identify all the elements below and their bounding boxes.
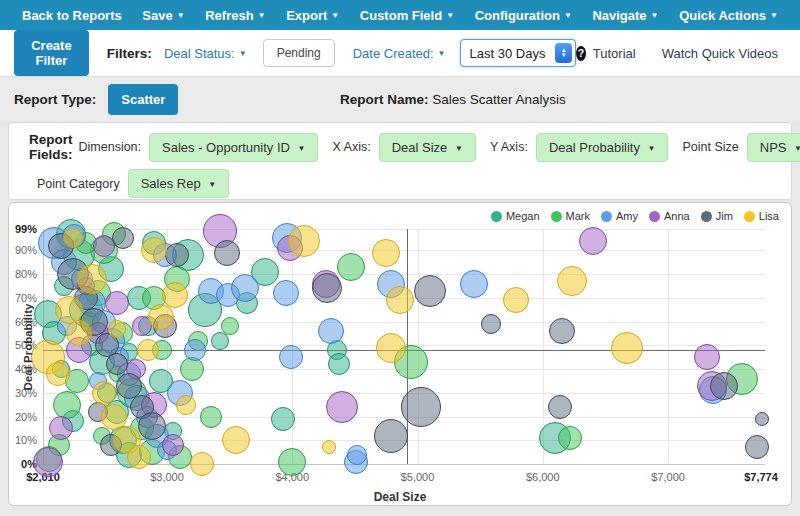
bubble-anna[interactable] (105, 291, 129, 315)
bubble-jim[interactable] (112, 227, 134, 249)
nav-item-export[interactable]: Export▼ (286, 8, 339, 23)
bubble-anna[interactable] (49, 416, 73, 440)
bubble-lisa[interactable] (611, 332, 643, 364)
dimension-dropdown[interactable]: Sales - Opportunity ID ▼ (149, 133, 318, 162)
caret-down-icon: ▼ (177, 11, 185, 20)
legend-label: Jim (716, 210, 733, 222)
legend-item-megan[interactable]: Megan (491, 210, 540, 222)
bubble-mark[interactable] (337, 253, 365, 281)
bubble-lisa[interactable] (108, 320, 126, 338)
y-axis-label: Y Axis: (490, 140, 528, 154)
x-axis-dropdown[interactable]: Deal Size ▼ (379, 133, 476, 162)
bubble-jim[interactable] (138, 412, 166, 440)
bubble-mark[interactable] (278, 448, 306, 476)
report-name: Report Name: Sales Scatter Analysis (340, 92, 566, 107)
tutorial-link[interactable]: Tutorial (593, 46, 636, 61)
pending-filter-chip[interactable]: Pending (263, 39, 335, 67)
bubble-anna[interactable] (579, 227, 607, 255)
bubble-amy[interactable] (460, 270, 488, 298)
bubble-amy[interactable] (184, 339, 206, 361)
bubble-lisa[interactable] (386, 286, 414, 314)
point-category-dropdown[interactable]: Sales Rep ▼ (128, 169, 230, 198)
bubble-anna[interactable] (33, 447, 63, 477)
report-fields-card: Report Fields: Dimension: Sales - Opport… (8, 122, 792, 200)
y-tick-label: 90% (8, 244, 37, 256)
bubble-lisa[interactable] (322, 440, 336, 454)
filter-bar: Create Filter Filters: Deal Status:▼ Pen… (0, 30, 800, 77)
bubble-jim[interactable] (165, 243, 189, 267)
legend-item-anna[interactable]: Anna (649, 210, 690, 222)
bubble-amy[interactable] (273, 280, 299, 306)
report-type-scatter-button[interactable]: Scatter (108, 84, 178, 115)
caret-down-icon: ▼ (794, 144, 800, 153)
help-question-icon[interactable]: ? (576, 46, 586, 61)
bubble-mark[interactable] (558, 426, 582, 450)
y-axis-dropdown[interactable]: Deal Probability ▼ (536, 133, 669, 162)
bubble-amy[interactable] (347, 445, 367, 465)
date-created-filter[interactable]: Date Created:▼ (353, 46, 446, 61)
nav-item-back-to-reports[interactable]: Back to Reports (22, 8, 122, 23)
x-tick-label: $3,000 (150, 471, 184, 483)
date-range-select[interactable]: Last 30 Days ▲▼ (460, 39, 577, 67)
bubble-lisa[interactable] (77, 264, 107, 294)
report-type-label: Report Type: (14, 92, 96, 107)
nav-item-configuration[interactable]: Configuration▼ (475, 8, 572, 23)
bubble-megan[interactable] (328, 353, 350, 375)
legend-item-mark[interactable]: Mark (551, 210, 590, 222)
bubble-lisa[interactable] (92, 381, 116, 405)
bubble-jim[interactable] (401, 387, 441, 427)
x-tick-label: $5,000 (401, 471, 435, 483)
bubble-jim[interactable] (481, 314, 501, 334)
legend-item-lisa[interactable]: Lisa (744, 210, 779, 222)
point-size-dropdown[interactable]: NPS ▼ (747, 133, 800, 162)
nav-item-custom-field[interactable]: Custom Field▼ (360, 8, 454, 23)
nav-item-save[interactable]: Save▼ (142, 8, 184, 23)
bubble-lisa[interactable] (162, 282, 188, 308)
create-filter-button[interactable]: Create Filter (14, 30, 89, 76)
bubble-jim[interactable] (214, 240, 240, 266)
legend-item-amy[interactable]: Amy (601, 210, 638, 222)
bubble-jim[interactable] (312, 273, 342, 303)
bubble-anna[interactable] (326, 391, 358, 423)
bubble-lisa[interactable] (376, 333, 406, 363)
bubble-jim[interactable] (710, 372, 738, 400)
bubble-lisa[interactable] (222, 426, 250, 454)
legend-item-jim[interactable]: Jim (701, 210, 733, 222)
caret-down-icon: ▼ (455, 144, 463, 153)
caret-down-icon: ▼ (298, 144, 306, 153)
bubble-amy[interactable] (318, 318, 344, 344)
nav-item-quick-actions[interactable]: Quick Actions▼ (679, 8, 778, 23)
nav-item-refresh[interactable]: Refresh▼ (205, 8, 265, 23)
bubble-mark[interactable] (53, 391, 81, 419)
bubble-jim[interactable] (745, 435, 769, 459)
bubble-amy[interactable] (231, 274, 259, 302)
bubble-lisa[interactable] (46, 362, 70, 386)
y-tick-label: 99% (8, 223, 37, 235)
legend-dot-icon (551, 211, 562, 222)
bubble-jim[interactable] (548, 395, 572, 419)
bubble-jim[interactable] (414, 275, 446, 307)
caret-down-icon: ▼ (446, 11, 454, 20)
bubble-jim[interactable] (549, 318, 575, 344)
legend-label: Lisa (759, 210, 779, 222)
bubble-lisa[interactable] (503, 287, 529, 313)
bubble-lisa[interactable] (288, 225, 320, 257)
bubble-mark[interactable] (200, 406, 222, 428)
bubble-lisa[interactable] (557, 266, 587, 296)
bubble-amy[interactable] (279, 345, 303, 369)
deal-status-filter[interactable]: Deal Status:▼ (164, 46, 247, 61)
bubble-lisa[interactable] (372, 239, 400, 267)
bubble-jim[interactable] (374, 419, 408, 453)
y-tick-label: 10% (8, 434, 37, 446)
bubble-lisa[interactable] (148, 304, 174, 330)
bubble-mark[interactable] (221, 317, 239, 335)
bubble-lisa[interactable] (176, 395, 196, 415)
legend-label: Anna (664, 210, 690, 222)
watch-quick-videos-link[interactable]: Watch Quick Videos (662, 46, 778, 61)
bubble-anna[interactable] (694, 344, 720, 370)
legend-dot-icon (601, 211, 612, 222)
bubble-lisa[interactable] (127, 445, 151, 469)
nav-item-navigate[interactable]: Navigate▼ (592, 8, 658, 23)
bubble-jim[interactable] (755, 412, 769, 426)
bubble-lisa[interactable] (190, 452, 214, 476)
